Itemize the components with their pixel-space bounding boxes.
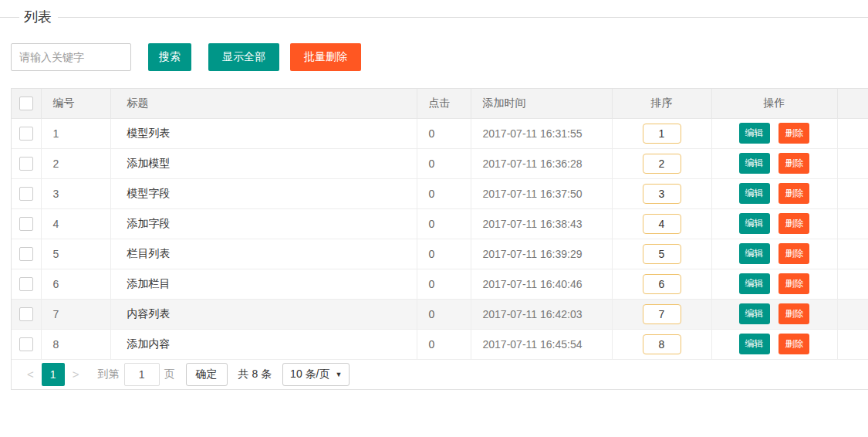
cell-id: 5 [41, 239, 110, 269]
edit-button[interactable]: 编辑 [739, 334, 770, 354]
delete-button[interactable]: 删除 [778, 243, 809, 264]
cell-added-time: 2017-07-11 16:38:43 [471, 208, 612, 239]
row-checkbox[interactable] [19, 157, 33, 171]
header-checkbox-cell [12, 89, 41, 118]
header-title: 标题 [110, 89, 417, 118]
cell-added-time: 2017-07-11 16:39:29 [471, 239, 612, 269]
table-row: 5 栏目列表 0 2017-07-11 16:39:29 编辑 删除 [12, 239, 868, 269]
divider-line-right [58, 17, 868, 18]
chevron-down-icon: ▼ [335, 371, 342, 378]
edit-button[interactable]: 编辑 [739, 213, 770, 234]
cell-added-time: 2017-07-11 16:31:55 [471, 118, 612, 148]
page-title: 列表 [19, 8, 58, 26]
cell-extra [837, 299, 868, 329]
cell-actions: 编辑 删除 [711, 329, 837, 359]
row-checkbox-cell [12, 208, 41, 239]
delete-button[interactable]: 删除 [778, 213, 809, 234]
delete-button[interactable]: 删除 [778, 153, 809, 174]
total-count-label: 共 8 条 [238, 368, 272, 381]
cell-actions: 编辑 删除 [711, 118, 837, 148]
cell-clicks: 0 [417, 148, 471, 178]
sort-input[interactable] [643, 124, 681, 144]
edit-button[interactable]: 编辑 [739, 243, 770, 264]
table-row: 8 添加内容 0 2017-07-11 16:45:54 编辑 删除 [12, 329, 868, 359]
list-panel: 编号 标题 点击 添加时间 排序 操作 1 模型列表 0 2017-07-11 … [11, 88, 868, 390]
goto-page-input[interactable] [124, 363, 160, 386]
sort-input[interactable] [643, 274, 681, 294]
delete-button[interactable]: 删除 [778, 183, 809, 204]
cell-actions: 编辑 删除 [711, 239, 837, 269]
cell-title: 添加字段 [110, 208, 417, 239]
row-checkbox[interactable] [19, 217, 33, 231]
show-all-button[interactable]: 显示全部 [208, 43, 279, 71]
delete-button[interactable]: 删除 [778, 303, 809, 324]
row-checkbox[interactable] [19, 337, 33, 351]
delete-button[interactable]: 删除 [778, 123, 809, 144]
cell-clicks: 0 [417, 299, 471, 329]
cell-title: 栏目列表 [110, 239, 417, 269]
row-checkbox-cell [12, 269, 41, 299]
cell-extra [837, 148, 868, 178]
row-checkbox[interactable] [19, 127, 33, 141]
header-id: 编号 [41, 89, 110, 118]
search-button[interactable]: 搜索 [148, 43, 191, 71]
cell-id: 3 [41, 178, 110, 208]
cell-sort [612, 299, 711, 329]
header-sort: 排序 [612, 89, 711, 118]
edit-button[interactable]: 编辑 [739, 183, 770, 204]
select-all-checkbox[interactable] [19, 97, 33, 110]
cell-clicks: 0 [417, 269, 471, 299]
cell-title: 模型字段 [110, 178, 417, 208]
row-checkbox-cell [12, 239, 41, 269]
cell-extra [837, 208, 868, 239]
sort-input[interactable] [643, 334, 681, 354]
cell-extra [837, 118, 868, 148]
keyword-input[interactable] [11, 43, 131, 71]
header-actions: 操作 [711, 89, 837, 118]
header-clicks: 点击 [417, 89, 471, 118]
cell-title: 内容列表 [110, 299, 417, 329]
cell-clicks: 0 [417, 178, 471, 208]
delete-button[interactable]: 删除 [778, 334, 809, 354]
cell-actions: 编辑 删除 [711, 269, 837, 299]
edit-button[interactable]: 编辑 [739, 303, 770, 324]
goto-suffix-label: 页 [164, 368, 175, 381]
cell-extra [837, 269, 868, 299]
delete-button[interactable]: 删除 [778, 273, 809, 294]
page-size-select[interactable]: 10 条/页 ▼ [282, 363, 350, 386]
cell-sort [612, 329, 711, 359]
cell-added-time: 2017-07-11 16:40:46 [471, 269, 612, 299]
sort-input[interactable] [643, 154, 681, 174]
sort-input[interactable] [643, 244, 681, 264]
edit-button[interactable]: 编辑 [739, 123, 770, 144]
next-page-icon[interactable]: > [65, 368, 87, 381]
table-row: 2 添加模型 0 2017-07-11 16:36:28 编辑 删除 [12, 148, 868, 178]
row-checkbox[interactable] [19, 247, 33, 261]
row-checkbox[interactable] [19, 187, 33, 201]
cell-id: 4 [41, 208, 110, 239]
row-checkbox[interactable] [19, 277, 33, 291]
pagination-bar: < 1 > 到第 页 确定 共 8 条 10 条/页 ▼ [12, 360, 868, 389]
sort-input[interactable] [643, 214, 681, 234]
batch-delete-button[interactable]: 批量删除 [290, 43, 361, 71]
current-page-button[interactable]: 1 [42, 363, 65, 386]
cell-title: 模型列表 [110, 118, 417, 148]
sort-input[interactable] [643, 304, 681, 324]
edit-button[interactable]: 编辑 [739, 273, 770, 294]
toolbar: 搜索 显示全部 批量删除 [11, 43, 868, 71]
cell-extra [837, 329, 868, 359]
confirm-button[interactable]: 确定 [186, 363, 228, 386]
header-extra [837, 89, 868, 118]
cell-added-time: 2017-07-11 16:45:54 [471, 329, 612, 359]
sort-input[interactable] [643, 184, 681, 204]
row-checkbox[interactable] [19, 307, 33, 321]
cell-sort [612, 178, 711, 208]
row-checkbox-cell [12, 148, 41, 178]
edit-button[interactable]: 编辑 [739, 153, 770, 174]
data-table: 编号 标题 点击 添加时间 排序 操作 1 模型列表 0 2017-07-11 … [12, 89, 868, 360]
cell-extra [837, 178, 868, 208]
cell-actions: 编辑 删除 [711, 178, 837, 208]
prev-page-icon[interactable]: < [19, 368, 42, 381]
cell-id: 8 [41, 329, 110, 359]
page-title-divider: 列表 [0, 8, 868, 26]
